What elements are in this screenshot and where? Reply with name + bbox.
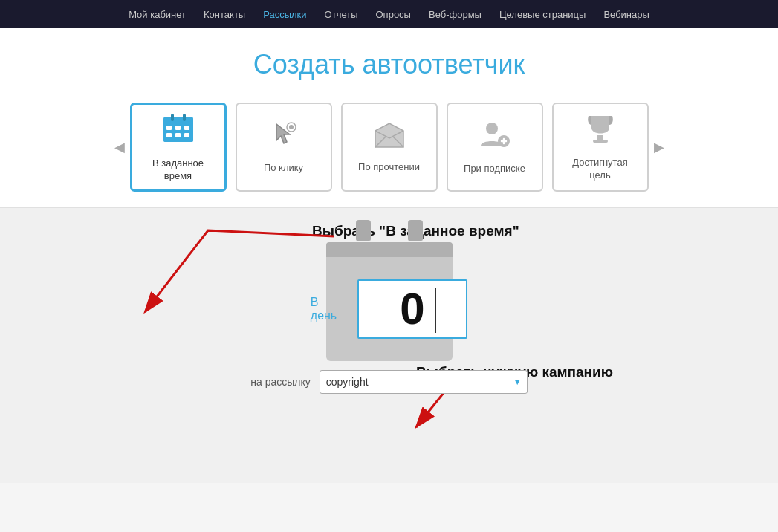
svg-rect-16	[597, 135, 603, 140]
svg-point-12	[486, 123, 498, 134]
mailing-select-wrapper[interactable]: copyright Рассылка 1 Рассылка 2	[320, 370, 528, 394]
main-content: Выбрать "В заданное время" Выбрать нужну…	[0, 208, 778, 483]
form-area: В день 0 на рассылку copyright Рассылка …	[0, 208, 778, 409]
page-title-area: Создать автоответчик	[0, 28, 778, 95]
page-title: Создать автоответчик	[0, 49, 778, 80]
card-goal-label: Достигнутаяцель	[572, 157, 627, 182]
nav-item-mailings[interactable]: Рассылки	[263, 9, 306, 20]
card-goal[interactable]: Достигнутаяцель	[552, 103, 649, 192]
card-time[interactable]: В заданноевремя	[130, 103, 227, 192]
nav-item-cabinet[interactable]: Мой кабинет	[129, 9, 186, 20]
nav-item-surveys[interactable]: Опросы	[376, 9, 411, 20]
mailing-label: на рассылку	[250, 376, 311, 388]
day-value: 0	[400, 287, 424, 331]
card-click[interactable]: По клику	[236, 103, 332, 192]
card-read[interactable]: По прочтении	[341, 103, 438, 192]
card-click-label: По клику	[264, 162, 303, 175]
mailing-select[interactable]: copyright Рассылка 1 Рассылка 2	[320, 370, 528, 394]
svg-rect-2	[166, 126, 172, 130]
svg-rect-9	[183, 114, 186, 121]
svg-rect-6	[175, 133, 181, 137]
svg-rect-3	[175, 126, 181, 130]
text-cursor	[435, 288, 436, 333]
nav-item-landing[interactable]: Целевые страницы	[499, 9, 586, 20]
calendar-graphic: В день 0	[319, 220, 460, 361]
calendar-icon	[162, 112, 195, 152]
autoresponder-type-carousel: ◀ В заданноевремя	[0, 95, 778, 208]
card-read-label: По прочтении	[358, 161, 420, 174]
cards-container: В заданноевремя По клику П	[130, 103, 649, 192]
nav-item-contacts[interactable]: Контакты	[204, 9, 245, 20]
svg-rect-5	[166, 133, 172, 137]
svg-rect-17	[593, 140, 608, 143]
card-subscribe[interactable]: При подписке	[447, 103, 543, 192]
nav-item-webinars[interactable]: Вебинары	[603, 9, 649, 20]
envelope-open-icon	[374, 120, 405, 155]
navigation-bar: Мой кабинет Контакты Рассылки Отчеты Опр…	[0, 0, 778, 28]
svg-rect-1	[163, 123, 193, 142]
carousel-prev-arrow[interactable]: ◀	[109, 139, 130, 155]
cursor-icon	[269, 120, 299, 156]
user-plus-icon	[479, 119, 510, 157]
svg-point-10	[289, 125, 294, 129]
trophy-icon	[586, 113, 615, 151]
card-subscribe-label: При подписке	[464, 163, 525, 175]
svg-rect-8	[171, 114, 174, 121]
svg-rect-4	[184, 126, 189, 130]
svg-rect-7	[184, 133, 189, 137]
card-time-label: В заданноевремя	[152, 158, 204, 183]
nav-item-webforms[interactable]: Веб-формы	[429, 9, 482, 20]
carousel-next-arrow[interactable]: ▶	[649, 139, 670, 155]
day-row: В день 0	[311, 279, 467, 339]
nav-item-reports[interactable]: Отчеты	[325, 9, 358, 20]
day-label: В день	[311, 296, 346, 322]
day-input[interactable]: 0	[357, 279, 468, 339]
mailing-row: на рассылку copyright Рассылка 1 Рассылк…	[250, 370, 528, 394]
